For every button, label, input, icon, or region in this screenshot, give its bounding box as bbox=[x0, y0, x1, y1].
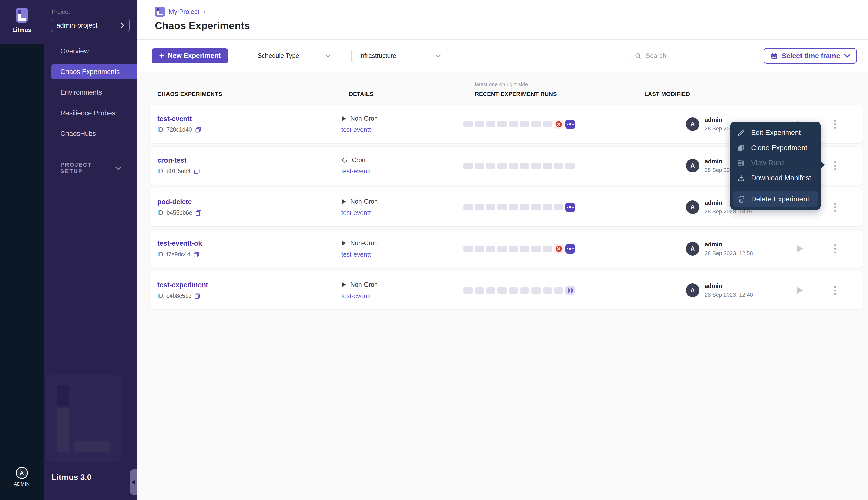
project-setup-label: PROJECT SETUP bbox=[60, 162, 115, 175]
infrastructure-select[interactable]: Infrastructure bbox=[351, 48, 447, 63]
experiment-name-link[interactable]: test-eventt bbox=[157, 115, 341, 123]
kebab-menu-button[interactable] bbox=[832, 242, 838, 255]
run-pill[interactable] bbox=[520, 121, 529, 127]
copy-icon[interactable] bbox=[195, 127, 202, 133]
experiment-link[interactable]: test-eventt bbox=[341, 168, 371, 175]
run-pill[interactable] bbox=[543, 246, 552, 252]
run-running-icon[interactable] bbox=[565, 244, 575, 253]
run-running-icon[interactable] bbox=[565, 120, 575, 129]
copy-icon[interactable] bbox=[193, 251, 200, 258]
experiment-name-link[interactable]: test-experiment bbox=[157, 281, 341, 289]
avatar: A bbox=[686, 117, 699, 131]
run-pill[interactable] bbox=[531, 204, 541, 211]
sidebar-collapse-button[interactable] bbox=[130, 469, 137, 495]
search-input[interactable] bbox=[645, 52, 749, 60]
run-pill[interactable] bbox=[509, 287, 518, 294]
kebab-menu-button[interactable] bbox=[832, 284, 838, 297]
kebab-menu-button[interactable] bbox=[832, 159, 838, 172]
kebab-menu-button[interactable] bbox=[832, 201, 838, 214]
experiment-id: ID: f7e9dc44 bbox=[157, 251, 190, 258]
run-pill[interactable] bbox=[486, 163, 495, 169]
run-pill[interactable] bbox=[531, 287, 541, 294]
cron-icon bbox=[341, 157, 348, 163]
breadcrumb-project-link[interactable]: My Project bbox=[169, 8, 200, 15]
run-pill[interactable] bbox=[475, 163, 484, 169]
run-pill[interactable] bbox=[475, 204, 484, 211]
run-pill[interactable] bbox=[543, 204, 552, 211]
sidebar-item-chaoshubs[interactable]: ChaosHubs bbox=[44, 126, 137, 141]
menu-item-download-manifest[interactable]: Download Manifest bbox=[731, 170, 821, 185]
run-experiment-button[interactable] bbox=[796, 245, 803, 253]
user-profile-button[interactable]: A ADMIN bbox=[0, 467, 44, 487]
run-pill[interactable] bbox=[543, 163, 552, 169]
run-pill[interactable] bbox=[497, 287, 507, 294]
run-paused-icon[interactable] bbox=[565, 286, 575, 295]
project-select[interactable]: admin-project bbox=[51, 19, 130, 32]
run-pill[interactable] bbox=[463, 246, 473, 252]
copy-icon[interactable] bbox=[194, 293, 201, 299]
sidebar-item-overview[interactable]: Overview bbox=[44, 44, 137, 59]
run-failed-icon[interactable] bbox=[554, 244, 563, 253]
menu-item-delete-experiment[interactable]: Delete Experiment bbox=[733, 191, 818, 207]
run-pill[interactable] bbox=[486, 121, 495, 127]
run-pill[interactable] bbox=[486, 287, 495, 294]
run-pill[interactable] bbox=[520, 246, 529, 252]
run-running-icon[interactable] bbox=[565, 203, 575, 212]
table-row: test-experiment ID: c4b8c51c bbox=[150, 271, 863, 309]
run-pill[interactable] bbox=[497, 246, 507, 252]
experiment-name-link[interactable]: cron-test bbox=[157, 157, 341, 164]
avatar: A bbox=[686, 242, 699, 255]
run-experiment-button[interactable] bbox=[796, 286, 803, 295]
run-pill[interactable] bbox=[531, 121, 541, 127]
run-pill[interactable] bbox=[486, 246, 495, 252]
time-frame-button[interactable]: Select time frame bbox=[764, 48, 857, 64]
run-pill[interactable] bbox=[475, 287, 484, 294]
schedule-type-select[interactable]: Schedule Type bbox=[250, 48, 337, 63]
sidebar-item-environments[interactable]: Environments bbox=[44, 85, 137, 100]
experiment-link[interactable]: test-eventt bbox=[341, 209, 371, 216]
run-pill[interactable] bbox=[554, 204, 563, 211]
sidebar-item-chaos-experiments[interactable]: Chaos Experiments bbox=[52, 64, 137, 79]
run-pill[interactable] bbox=[497, 204, 507, 211]
run-pill[interactable] bbox=[554, 163, 563, 169]
run-pill[interactable] bbox=[509, 246, 518, 252]
modified-at: 28 Sep 2023, 12:40 bbox=[704, 292, 753, 298]
search-box bbox=[628, 48, 755, 63]
experiment-link[interactable]: test-eventt bbox=[341, 251, 371, 258]
run-pill[interactable] bbox=[520, 163, 529, 169]
new-experiment-button[interactable]: + New Experiment bbox=[151, 48, 228, 64]
run-pill[interactable] bbox=[509, 121, 518, 127]
project-setup-toggle[interactable]: PROJECT SETUP bbox=[44, 162, 137, 175]
run-pill[interactable] bbox=[486, 204, 495, 211]
experiment-link[interactable]: test-eventt bbox=[341, 292, 371, 299]
run-pill[interactable] bbox=[497, 121, 507, 127]
run-pill[interactable] bbox=[520, 287, 529, 294]
run-pill[interactable] bbox=[463, 163, 473, 169]
run-pill[interactable] bbox=[565, 163, 575, 169]
run-pill[interactable] bbox=[543, 121, 552, 127]
sidebar-item-resilience-probes[interactable]: Resilience Probes bbox=[44, 105, 137, 121]
experiment-link[interactable]: test-eventt bbox=[341, 126, 371, 134]
run-pill[interactable] bbox=[520, 204, 529, 211]
run-pill[interactable] bbox=[475, 246, 484, 252]
run-pill[interactable] bbox=[463, 287, 473, 294]
run-pill[interactable] bbox=[497, 163, 507, 169]
run-pill[interactable] bbox=[543, 287, 552, 294]
copy-icon[interactable] bbox=[195, 210, 202, 216]
run-pill[interactable] bbox=[475, 121, 484, 127]
user-avatar[interactable]: A bbox=[16, 467, 28, 479]
experiment-name-link[interactable]: test-eventt-ok bbox=[157, 240, 341, 248]
run-failed-icon[interactable] bbox=[554, 120, 563, 129]
run-pill[interactable] bbox=[554, 287, 563, 294]
copy-icon[interactable] bbox=[194, 168, 200, 175]
run-pill[interactable] bbox=[509, 204, 518, 211]
run-pill[interactable] bbox=[463, 121, 473, 127]
experiment-name-link[interactable]: pod-delete bbox=[157, 198, 341, 206]
run-pill[interactable] bbox=[531, 163, 541, 169]
kebab-menu-button[interactable] bbox=[832, 118, 838, 130]
run-pill[interactable] bbox=[531, 246, 541, 252]
run-pill[interactable] bbox=[509, 163, 518, 169]
menu-item-clone-experiment[interactable]: Clone Experiment bbox=[731, 140, 821, 155]
run-pill[interactable] bbox=[463, 204, 473, 211]
menu-item-edit-experiment[interactable]: Edit Experiment bbox=[731, 125, 821, 140]
